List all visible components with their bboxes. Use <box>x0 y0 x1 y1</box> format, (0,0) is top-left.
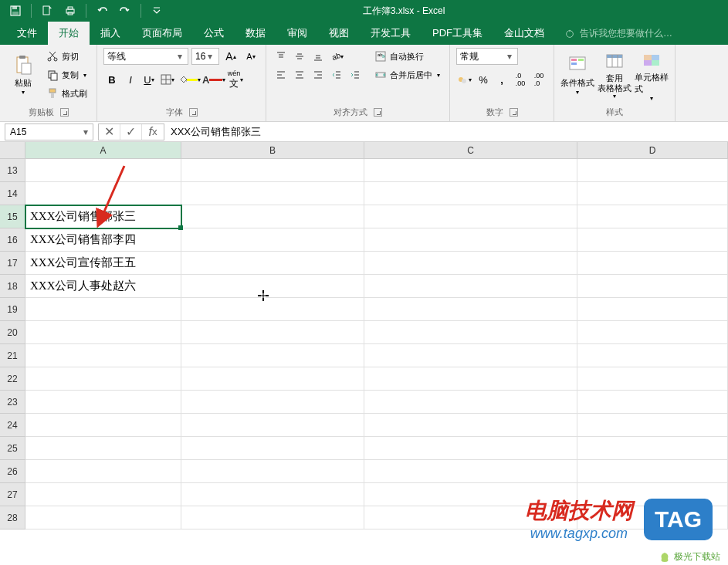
cell[interactable] <box>577 367 728 391</box>
align-launcher[interactable] <box>374 108 382 117</box>
currency-button[interactable]: ▾ <box>456 71 473 88</box>
cell[interactable] <box>181 344 364 367</box>
cell[interactable] <box>577 391 728 414</box>
cell[interactable] <box>181 367 364 391</box>
align-top-button[interactable] <box>273 48 290 65</box>
row-header[interactable]: 18 <box>0 275 25 298</box>
row-header[interactable]: 27 <box>0 483 25 506</box>
bold-button[interactable]: B <box>103 71 120 88</box>
cell-styles-button[interactable]: 单元格样式▾ <box>635 48 669 102</box>
tab-dev[interactable]: 开发工具 <box>360 22 422 45</box>
cell[interactable] <box>25 414 181 437</box>
formula-input[interactable]: XXX公司销售部张三 <box>164 123 728 140</box>
border-button[interactable]: ▾ <box>159 71 176 88</box>
cell[interactable] <box>364 367 577 391</box>
cell[interactable] <box>364 159 577 182</box>
orientation-button[interactable]: ab▾ <box>328 48 345 65</box>
cell[interactable] <box>364 182 577 205</box>
row-header[interactable]: 22 <box>0 367 25 391</box>
cell[interactable] <box>181 205 364 228</box>
font-color-button[interactable]: A▾ <box>202 71 225 88</box>
cell[interactable] <box>25 391 181 414</box>
row-header[interactable]: 20 <box>0 321 25 344</box>
cell[interactable] <box>181 483 364 506</box>
cell[interactable] <box>364 437 577 460</box>
cell[interactable] <box>181 460 364 483</box>
cut-button[interactable]: 剪切 <box>43 48 90 65</box>
cell[interactable] <box>181 437 364 460</box>
cell[interactable]: XXX公司销售部李四 <box>25 228 181 252</box>
comma-button[interactable]: , <box>493 71 510 88</box>
spreadsheet-grid[interactable]: A B C D 131415XXX公司销售部张三16XXX公司销售部李四17XX… <box>0 142 728 529</box>
tab-file[interactable]: 文件 <box>6 22 48 45</box>
cell[interactable] <box>25 460 181 483</box>
tab-home[interactable]: 开始 <box>48 22 90 45</box>
cell[interactable]: XXX公司销售部张三 <box>25 205 181 228</box>
cell[interactable] <box>577 344 728 367</box>
cell[interactable] <box>364 391 577 414</box>
cell[interactable] <box>577 182 728 205</box>
align-center-button[interactable] <box>291 66 308 83</box>
tab-formula[interactable]: 公式 <box>193 22 235 45</box>
increase-decimal-button[interactable]: .0.00 <box>512 71 529 88</box>
print-button[interactable] <box>59 0 81 22</box>
align-middle-button[interactable] <box>291 48 308 65</box>
cell[interactable] <box>364 298 577 321</box>
cell[interactable] <box>25 344 181 367</box>
tab-jinshan[interactable]: 金山文档 <box>493 22 555 45</box>
cell[interactable] <box>577 205 728 228</box>
cell[interactable] <box>364 275 577 298</box>
qat-customize-button[interactable] <box>146 0 168 22</box>
cell[interactable] <box>25 483 181 506</box>
cell[interactable] <box>181 228 364 252</box>
tell-me-search[interactable]: 告诉我您想要做什么… <box>555 22 682 45</box>
save-button[interactable] <box>5 0 26 22</box>
confirm-formula-button[interactable]: ✓ <box>120 124 142 140</box>
column-header-C[interactable]: C <box>364 142 577 159</box>
tab-review[interactable]: 审阅 <box>276 22 318 45</box>
cell[interactable] <box>25 298 181 321</box>
undo-button[interactable] <box>91 0 113 22</box>
row-header[interactable]: 19 <box>0 298 25 321</box>
tab-pdf[interactable]: PDF工具集 <box>422 22 493 45</box>
cell[interactable] <box>364 414 577 437</box>
cell[interactable]: XXX公司人事处赵六 <box>25 275 181 298</box>
number-launcher[interactable] <box>510 108 518 117</box>
row-header[interactable]: 28 <box>0 506 25 529</box>
cell[interactable]: XXX公司宣传部王五 <box>25 252 181 275</box>
cell[interactable] <box>364 228 577 252</box>
row-header[interactable]: 16 <box>0 228 25 252</box>
cell[interactable] <box>577 298 728 321</box>
clipboard-launcher[interactable] <box>60 108 69 117</box>
cell[interactable] <box>25 182 181 205</box>
column-header-D[interactable]: D <box>577 142 728 159</box>
cell[interactable] <box>577 460 728 483</box>
cell[interactable] <box>25 367 181 391</box>
align-bottom-button[interactable] <box>310 48 327 65</box>
insert-function-button[interactable]: fx <box>142 124 164 140</box>
percent-button[interactable]: % <box>475 71 492 88</box>
paste-button[interactable]: 粘贴 ▾ <box>6 48 40 102</box>
underline-button[interactable]: U▾ <box>141 71 157 88</box>
cell[interactable] <box>181 414 364 437</box>
font-size-combo[interactable]: 16▾ <box>191 48 219 65</box>
tab-insert[interactable]: 插入 <box>90 22 131 45</box>
select-all-corner[interactable] <box>0 142 25 159</box>
cell[interactable] <box>364 344 577 367</box>
cell[interactable] <box>577 252 728 275</box>
font-launcher[interactable] <box>189 108 198 117</box>
conditional-format-button[interactable]: 条件格式▾ <box>560 48 594 102</box>
fill-color-button[interactable]: ▾ <box>178 71 201 88</box>
cancel-formula-button[interactable]: ✕ <box>99 124 120 140</box>
cell[interactable] <box>577 437 728 460</box>
number-format-combo[interactable]: 常规▾ <box>456 48 518 65</box>
cell[interactable] <box>577 414 728 437</box>
tab-layout[interactable]: 页面布局 <box>131 22 193 45</box>
font-name-combo[interactable]: 等线▾ <box>103 48 188 65</box>
cell[interactable] <box>181 159 364 182</box>
cell[interactable] <box>181 506 364 529</box>
cell[interactable] <box>181 252 364 275</box>
cell[interactable] <box>181 275 364 298</box>
redo-button[interactable] <box>114 0 136 22</box>
cell[interactable] <box>25 506 181 529</box>
